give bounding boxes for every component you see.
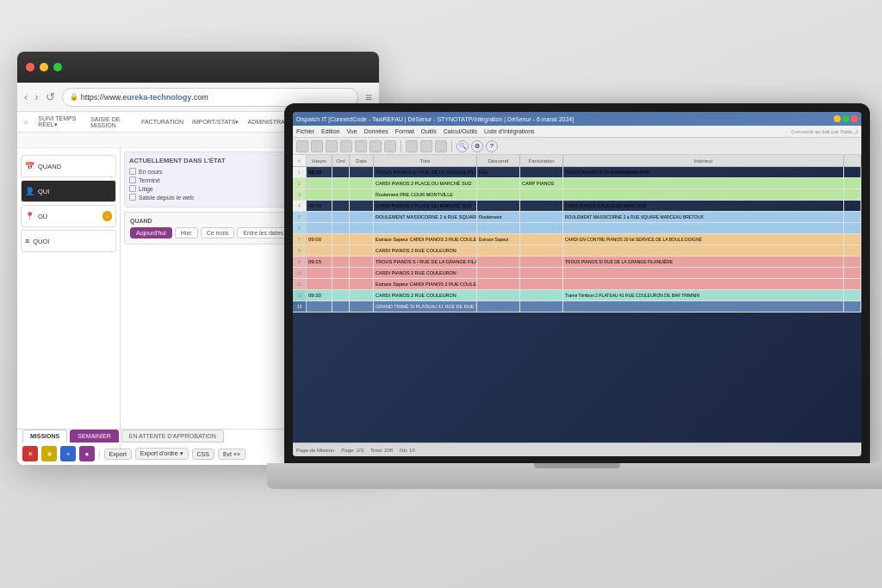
ss-row-7: 7 09:00 Estrace Sapeur CARDI PIANOS 2 RU… [293, 234, 861, 245]
list-icon: ≡ [25, 237, 29, 245]
browser-chrome [17, 52, 379, 83]
ss-menu-edition[interactable]: Edition [321, 128, 339, 134]
ss-minimize[interactable] [834, 115, 841, 122]
tab-missions[interactable]: MISSIONS [22, 430, 67, 443]
filter-panel: 📅 QUAND 👤 QUI 📍 OÙ 1 ≡ QUOI [17, 148, 121, 449]
tb-btn-3[interactable] [326, 140, 338, 152]
nav-facturation[interactable]: FACTURATION [141, 119, 183, 125]
ss-title: Dispatch IT [ConnectCode - TaxiREFAU | D… [296, 116, 834, 122]
evt-button[interactable]: Evt «» [218, 449, 245, 460]
ss-close[interactable] [851, 115, 858, 122]
ss-row-2: 2 CARDI PIANOS 2 PLACE DU MARCHÉ SUD CAR… [293, 178, 861, 189]
action-blue[interactable]: + [60, 446, 76, 461]
filter-ou-label: OÙ [38, 213, 47, 220]
cb-web[interactable] [129, 194, 136, 201]
ssl-icon: 🔒 [70, 93, 78, 101]
ss-user: Connecté au bali par Ratie_J [792, 129, 858, 134]
back-button[interactable]: ‹ [24, 90, 28, 103]
maximize-button[interactable] [53, 63, 62, 71]
action-red[interactable]: ✕ [22, 446, 38, 461]
export-ordre-button[interactable]: Export d'ordre ▾ [135, 448, 189, 460]
ss-maximize[interactable] [842, 115, 849, 122]
home-icon[interactable]: ⌂ [24, 119, 28, 125]
ss-row-9: 9 09:15 TROUS PIANOS S / RUE DE LA GRANG… [293, 257, 861, 268]
laptop-base [267, 463, 882, 489]
ss-menu-outils[interactable]: Outils [421, 128, 437, 134]
col-h-descend: Descend [477, 155, 520, 166]
ss-row-4: 4 08:45 CARDI PIANOS 2 PLACE DU MARCHÉ S… [293, 201, 861, 212]
ss-row-8: 8 CARDI PIANOS 2 RUE COULEURON [293, 245, 861, 257]
nav-saisie[interactable]: SAISIE DE MISSION [90, 116, 133, 128]
minimize-button[interactable] [40, 63, 48, 71]
nav-import[interactable]: IMPORT/STATS▾ [192, 119, 239, 126]
ss-menu-view[interactable]: Vue [346, 128, 357, 134]
ss-row-13: 13 GRAND TRIMÉ SI PLATEAU 41 RUE DE RUE … [293, 301, 861, 313]
filter-ou[interactable]: 📍 OÙ 1 [21, 205, 116, 227]
tab-en-attente[interactable]: EN ATTENTE D'APPROBATION [121, 430, 224, 443]
ss-controls [834, 115, 858, 122]
tab-semainier[interactable]: SEMAINIER [70, 430, 119, 443]
tb-btn-8[interactable] [406, 140, 418, 152]
filter-qui-label: QUI [38, 188, 49, 195]
date-btn-hier[interactable]: Hier [175, 227, 198, 238]
filter-quoi[interactable]: ≡ QUOI [21, 230, 116, 252]
filter-quoi-label: QUOI [33, 238, 49, 245]
col-h-titre: Titre [374, 155, 477, 166]
date-btn-mois[interactable]: Ce mois [201, 227, 235, 238]
ss-titlebar: Dispatch IT [ConnectCode - TaxiREFAU | D… [293, 112, 861, 126]
action-yellow[interactable]: ★ [41, 446, 57, 461]
tb-btn-10[interactable] [435, 140, 447, 152]
tb-btn-1[interactable] [296, 140, 308, 152]
menu-icon[interactable]: ≡ [365, 90, 372, 104]
person-icon: 👤 [25, 187, 34, 195]
nav-suivi[interactable]: SUIVI TEMPS RÉEL▾ [38, 115, 82, 128]
calendar-icon: 📅 [25, 162, 34, 170]
close-button[interactable] [26, 63, 34, 71]
ss-menu-liste[interactable]: Liste d'Intégrations [484, 128, 535, 134]
cb-litige[interactable] [129, 185, 136, 192]
tb-btn-5[interactable] [355, 140, 367, 152]
col-h-heure: Heure [307, 155, 332, 166]
filter-quand[interactable]: 📅 QUAND [21, 155, 116, 177]
ss-row-3: 3 Roulement PRE COUR MONTVILLE [293, 189, 861, 201]
css-button[interactable]: CSS [192, 449, 214, 460]
laptop-screen-inner: Eureka✳ TECHNOLOGY Dispatch IT [ConnectC… [293, 112, 861, 456]
ss-row-10: 10 CARDI PIANOS 2 RUE COULEURON [293, 268, 861, 279]
filter-qui[interactable]: 👤 QUI [21, 180, 116, 202]
tb-btn-7[interactable] [384, 140, 396, 152]
cb-en-cours[interactable] [129, 168, 136, 175]
laptop-screen: Eureka✳ TECHNOLOGY Dispatch IT [ConnectC… [284, 103, 870, 465]
ss-menu-fichier[interactable]: Fichier [296, 128, 314, 134]
ss-row-6: 6 [293, 223, 861, 234]
tb-divider-2 [451, 140, 452, 152]
col-h-flags [844, 155, 861, 166]
ss-row-11: 11 Estrace Sapeur CARDI PIANOS 2 RUE COU… [293, 279, 861, 290]
ss-grid-header: # Heure Ord Date Titre Descend Facturati… [293, 155, 861, 167]
date-btn-today[interactable]: Aujourd'hui [130, 227, 172, 238]
tb-btn-6[interactable] [370, 140, 382, 152]
ss-menu-format[interactable]: Format [395, 128, 414, 134]
site-nav-links: SUIVI TEMPS RÉEL▾ SAISIE DE MISSION FACT… [38, 115, 302, 128]
reload-button[interactable]: ↺ [46, 90, 55, 103]
tb-btn-2[interactable] [311, 140, 323, 152]
laptop-notch [534, 463, 620, 468]
ss-menubar: Fichier Edition Vue Données Format Outil… [293, 126, 861, 138]
forward-button[interactable]: › [34, 90, 38, 103]
spreadsheet-overlay: Dispatch IT [ConnectCode - TaxiREFAU | D… [293, 112, 861, 456]
export-button[interactable]: Export [104, 449, 132, 460]
tb-help-icon[interactable]: ? [486, 140, 498, 152]
filter-quand-label: QUAND [38, 163, 61, 170]
ss-toolbar: 🔍 ⚙ ? [293, 138, 861, 155]
tb-btn-4[interactable] [340, 140, 352, 152]
export-divider: | [98, 449, 101, 459]
tb-btn-9[interactable] [420, 140, 432, 152]
tb-divider [401, 140, 401, 152]
action-purple[interactable]: ● [79, 446, 95, 461]
col-h-facturation: Facturation [520, 155, 563, 166]
col-h-ord: Ord [332, 155, 350, 166]
ss-menu-calcul[interactable]: Calcul/Outils [444, 128, 477, 134]
tb-settings-icon[interactable]: ⚙ [471, 140, 483, 152]
cb-termine[interactable] [129, 176, 136, 183]
tb-search-icon[interactable]: 🔍 [457, 140, 469, 152]
ss-menu-data[interactable]: Données [364, 128, 388, 134]
